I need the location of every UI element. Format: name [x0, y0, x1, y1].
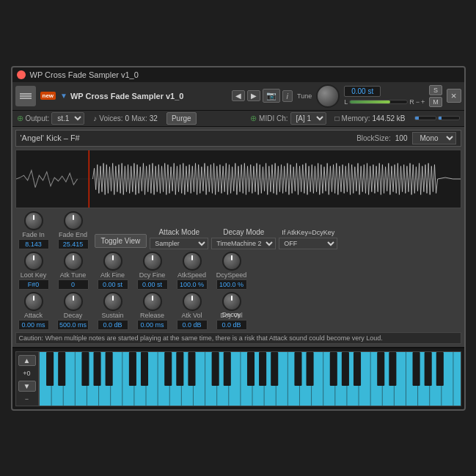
dcy-vol-knob[interactable]: Decoy — [222, 292, 241, 311]
release-label: Release — [140, 312, 164, 319]
piano-keyboard[interactable]: Draw white keys — [39, 351, 461, 406]
attack-knob[interactable] — [24, 292, 43, 311]
tune-label: Tune — [297, 92, 312, 100]
plugin-window: WP Cross Fade Sampler v1_0 new ▼ WP Cros… — [11, 66, 466, 411]
output-select[interactable]: st.1 — [51, 112, 84, 125]
pitch-down-button[interactable]: ▼ — [18, 381, 36, 392]
svg-rect-46 — [164, 352, 172, 386]
nav-prev-button[interactable]: ◀ — [232, 90, 245, 101]
x-button[interactable]: × — [447, 89, 461, 103]
svg-rect-50 — [223, 352, 230, 386]
atk-speed-label: AtkSpeed — [177, 271, 206, 279]
main-content: 'Angel' Kick – F# BlockSize: 100 Mono Po… — [12, 127, 464, 347]
dcy-fine-value[interactable]: 0.00 st — [137, 279, 168, 290]
sustain-knob[interactable] — [103, 292, 122, 311]
sustain-label: Sustain — [101, 312, 123, 319]
svg-rect-58 — [353, 352, 360, 386]
fade-in-label: Fade In — [22, 231, 45, 238]
title-bar: WP Cross Fade Sampler v1_0 — [12, 67, 464, 82]
loot-key-group: Loot Key F#0 — [15, 252, 52, 290]
instrument-name: 'Angel' Kick – F# — [21, 133, 80, 142]
fade-in-knob[interactable] — [24, 211, 43, 230]
svg-rect-44 — [128, 352, 136, 386]
fade-end-label: Fade End — [59, 231, 87, 238]
fade-end-knob[interactable] — [64, 211, 83, 230]
svg-rect-60 — [389, 352, 396, 386]
svg-rect-43 — [105, 352, 112, 386]
fade-end-value[interactable]: 25.415 — [58, 239, 89, 249]
controls-row1: Fade In 8.143 Fade End 25.415 Toggle Vie… — [15, 211, 461, 249]
sustain-value[interactable]: 0.0 dB — [98, 320, 128, 330]
atk-vol-group: Atk Vol 0.0 dB — [174, 292, 210, 330]
attack-value[interactable]: 0.00 ms — [18, 320, 49, 330]
attack-mode-select[interactable]: Sampler — [150, 238, 208, 249]
tune-value: 0.00 st — [344, 86, 381, 97]
memory-icon: □ — [335, 114, 340, 122]
toggle-view-button[interactable]: Toggle View — [95, 234, 147, 248]
voices-label: Voices: — [99, 114, 122, 122]
volume-fill — [350, 100, 390, 103]
atk-tune-knob[interactable] — [64, 252, 83, 271]
header-line2: ⊕ Output: st.1 ♪ Voices: 0 Max: 32 Purge… — [12, 111, 464, 127]
decay-knob[interactable] — [64, 292, 83, 311]
atk-fine-value[interactable]: 0.00 st — [98, 279, 128, 290]
logo-area — [15, 86, 36, 106]
volume-slider[interactable] — [349, 100, 408, 104]
svg-rect-62 — [424, 352, 431, 386]
atk-fine-knob[interactable] — [103, 252, 122, 271]
decay-label: Decay — [64, 312, 83, 319]
dcy-speed-knob[interactable] — [222, 252, 241, 271]
dcy-speed-group: DcySpeed 100.0 % — [213, 252, 250, 290]
loot-key-knob[interactable] — [24, 252, 43, 271]
svg-rect-57 — [341, 352, 348, 386]
dcy-speed-value[interactable]: 100.0 % — [216, 279, 247, 290]
vol-minus: − — [416, 98, 420, 106]
attack-group: Attack 0.00 ms — [15, 292, 52, 330]
release-knob[interactable] — [143, 292, 162, 311]
info-button[interactable]: i — [282, 90, 293, 102]
attack-mode-label: Attack Mode — [158, 228, 199, 236]
svg-rect-41 — [81, 352, 89, 386]
waveform-svg — [16, 150, 461, 208]
midi-select[interactable]: [A] 1 — [290, 112, 326, 125]
m-button[interactable]: M — [429, 97, 442, 107]
decay-group: Decay 500.0 ms — [55, 292, 92, 330]
window-title: WP Cross Fade Sampler v1_0 — [30, 70, 139, 79]
pitch-value: +0 — [23, 370, 30, 377]
logo-line3 — [20, 98, 32, 99]
decay-mode-select[interactable]: TimeMachine 2 — [211, 238, 276, 249]
tune-knob[interactable] — [316, 84, 340, 108]
atk-speed-knob[interactable] — [183, 252, 202, 271]
purge-button[interactable]: Purge — [166, 112, 197, 125]
dcy-fine-knob[interactable] — [143, 252, 162, 271]
mono-select[interactable]: Mono Poly — [412, 132, 456, 144]
s-button[interactable]: S — [429, 85, 442, 95]
atk-tune-value[interactable]: 0 — [58, 279, 89, 290]
dcy-fine-label: Dcy Fine — [139, 271, 166, 279]
svg-rect-55 — [306, 352, 313, 386]
if-atk-col: If AtkKey=DcyKey OFF ON — [279, 229, 337, 249]
release-value[interactable]: 0.00 ms — [137, 320, 168, 330]
svg-rect-51 — [246, 352, 254, 386]
decay-value[interactable]: 500.0 ms — [57, 320, 89, 330]
camera-button[interactable]: 📷 — [263, 89, 280, 103]
memory-bar2-fill — [439, 117, 442, 120]
max-label: Max: — [131, 114, 147, 122]
output-label: Output: — [26, 114, 50, 122]
new-badge: new — [40, 92, 56, 100]
if-atk-select[interactable]: OFF ON — [279, 238, 337, 249]
svg-rect-45 — [140, 352, 147, 386]
pitch-up-button[interactable]: ▲ — [18, 355, 36, 366]
atk-vol-label: Atk Vol — [181, 312, 202, 319]
atk-speed-value[interactable]: 100.0 % — [177, 279, 208, 290]
atk-vol-value[interactable]: 0.0 dB — [177, 320, 208, 330]
close-button[interactable] — [17, 70, 26, 79]
dcy-vol-value[interactable]: 0.0 dB — [216, 320, 247, 330]
loot-key-value[interactable]: F#0 — [18, 279, 49, 290]
nav-next-button[interactable]: ▶ — [247, 90, 260, 101]
atk-vol-knob[interactable] — [183, 292, 202, 311]
memory-bar — [414, 116, 436, 120]
svg-rect-56 — [329, 352, 337, 386]
fade-in-value[interactable]: 8.143 — [18, 239, 49, 249]
svg-rect-48 — [188, 352, 195, 386]
